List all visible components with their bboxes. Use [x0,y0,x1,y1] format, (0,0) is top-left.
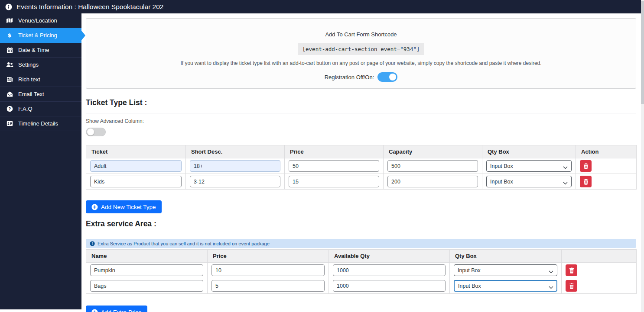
delete-extra-button[interactable] [566,280,577,292]
ticket-type-table: Ticket Short Desc. Price Capacity Qty Bo… [86,145,637,190]
registration-label: Registration Off/On: [325,74,374,80]
price-input[interactable] [289,176,379,187]
sidebar-item-label: Timeline Details [18,120,58,127]
col-qty-box: Qty Box [450,250,562,263]
sidebar-item-settings[interactable]: Settings [0,58,81,72]
capacity-input[interactable] [387,176,478,187]
topbar: Events Information : Halloween Spooktacu… [0,0,641,13]
info-icon [5,3,13,10]
newspaper-icon [6,77,13,82]
question-icon: ? [6,106,13,112]
extra-service-heading: Extra service Area : [86,219,636,228]
show-advanced-label: Show Advanced Column: [86,118,636,124]
delete-ticket-button[interactable] [580,160,592,172]
extra-row-pumpkin: Input Box [86,263,637,278]
info-icon [90,241,95,246]
col-ticket: Ticket [86,145,186,158]
notice-text: Extra Service as Product that you can se… [98,241,270,246]
shortcode-card: Add To Cart Form Shortcode [event-add-ca… [86,18,636,89]
col-available-qty: Available Qty [329,250,450,263]
sidebar: Venue/Location $ Ticket & Pricing Date &… [0,13,81,309]
col-price: Price [285,145,384,158]
sidebar-item-label: Ticket & Pricing [18,32,57,39]
qty-box-select[interactable]: Input Box [486,160,572,172]
events-admin-page: Events Information : Halloween Spooktacu… [0,0,644,312]
sidebar-item-faq[interactable]: ? F.A.Q [0,102,81,116]
col-short-desc: Short Desc. [186,145,285,158]
svg-text:?: ? [8,106,10,111]
sidebar-item-label: Date & Time [18,47,49,53]
card-icon [6,121,13,126]
trash-icon [583,179,589,185]
shortcode-code: [event-add-cart-section event="934"] [298,43,425,55]
sidebar-item-date-time[interactable]: Date & Time [0,43,81,58]
delete-ticket-button[interactable] [580,176,592,187]
ticket-type-list-heading: Ticket Type List : [86,98,636,107]
sidebar-item-venue-location[interactable]: Venue/Location [0,13,81,28]
sidebar-item-timeline-details[interactable]: Timeline Details [0,116,81,131]
trash-icon [569,283,574,289]
plus-circle-icon [91,309,98,312]
users-icon [6,62,13,68]
divider [86,113,636,113]
map-icon [6,18,13,23]
sidebar-item-label: Email Text [18,91,44,97]
add-button-label: Add New Ticket Type [101,204,156,210]
add-button-label: Add Extra Price [101,309,142,312]
extra-service-table: Name Price Available Qty Qty Box [86,249,637,294]
main-content: Add To Cart Form Shortcode [event-add-ca… [81,13,641,312]
trash-icon [569,267,574,273]
qty-box-select-focused[interactable]: Input Box [454,280,557,292]
extra-qty-input[interactable] [333,280,446,292]
extra-row-bags: Input Box [86,278,637,294]
scrollbar-track[interactable] [641,0,644,312]
qty-box-select[interactable]: Input Box [454,264,557,276]
extra-qty-input[interactable] [333,264,446,276]
toggle-knob [87,129,94,135]
table-header-row: Ticket Short Desc. Price Capacity Qty Bo… [86,145,637,158]
sidebar-item-rich-text[interactable]: Rich text [0,72,81,87]
sidebar-item-email-text[interactable]: Email Text [0,87,81,102]
qty-box-select[interactable]: Input Box [486,176,572,187]
extra-price-input[interactable] [211,264,325,276]
extra-service-notice: Extra Service as Product that you can se… [86,239,636,248]
svg-text:$: $ [7,32,11,39]
page-title: Events Information : Halloween Spooktacu… [16,3,163,11]
trash-icon [583,163,589,169]
shortcode-card-title: Add To Cart Form Shortcode [86,19,636,38]
extra-price-input[interactable] [211,280,325,292]
price-input[interactable] [289,160,379,172]
calendar-icon [6,47,13,53]
sidebar-item-ticket-pricing[interactable]: $ Ticket & Pricing [0,28,81,43]
sidebar-item-label: F.A.Q [18,106,33,112]
ticket-name-input[interactable] [90,176,182,187]
add-new-ticket-type-button[interactable]: Add New Ticket Type [86,200,162,213]
delete-extra-button[interactable] [566,264,577,276]
short-desc-input[interactable] [190,176,280,187]
toggle-knob [389,74,396,80]
ticket-row-kids: Input Box [86,174,637,190]
dollar-icon: $ [6,32,13,39]
col-qty-box: Qty Box [482,145,576,158]
ticket-name-input[interactable] [90,160,182,172]
short-desc-input[interactable] [190,160,280,172]
plus-circle-icon [91,204,98,210]
col-action [562,250,637,263]
sidebar-item-label: Settings [18,61,39,68]
col-name: Name [86,250,208,263]
extra-name-input[interactable] [90,264,203,276]
sidebar-item-label: Rich text [18,76,40,83]
capacity-input[interactable] [387,160,478,172]
col-price: Price [208,250,329,263]
registration-toggle[interactable] [377,72,397,82]
scrollbar-thumb[interactable] [641,1,644,104]
envelope-icon [6,91,13,97]
extra-name-input[interactable] [90,280,203,292]
col-action: Action [576,145,637,158]
table-header-row: Name Price Available Qty Qty Box [86,250,637,263]
sidebar-item-label: Venue/Location [18,17,57,24]
add-extra-price-button[interactable]: Add Extra Price [86,306,147,312]
shortcode-description: If you want to display the ticket type l… [86,60,636,66]
col-capacity: Capacity [384,145,482,158]
show-advanced-toggle[interactable] [86,128,106,136]
